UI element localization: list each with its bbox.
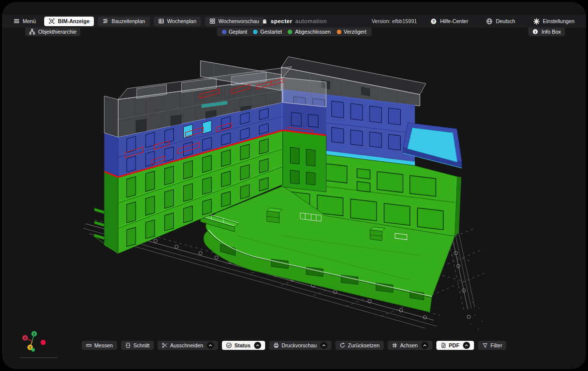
settings-button[interactable]: Einstellungen <box>529 17 579 26</box>
legend-item-abgeschlossen: Abgeschlossen <box>288 29 330 35</box>
chevron-up-icon <box>422 343 427 348</box>
scale-bar <box>20 357 57 358</box>
cut-label: Ausschneiden <box>170 342 203 348</box>
print-preview-button[interactable]: Druckvorschau <box>269 341 331 350</box>
legend-dot-abgeschlossen <box>288 30 292 34</box>
axes-button[interactable]: Achsen <box>388 341 432 350</box>
printer-icon <box>273 342 279 348</box>
filter-label: Filter <box>491 342 502 348</box>
tab-wochenplan[interactable]: Wochenplan <box>154 17 201 26</box>
hamburger-icon <box>14 18 20 24</box>
filter-icon <box>482 342 488 348</box>
specter-ghost-icon <box>261 18 268 25</box>
svg-text:?: ? <box>432 19 435 24</box>
pdf-options-button[interactable] <box>463 342 470 349</box>
pdf-label: PDF <box>449 342 459 348</box>
cut-options-button[interactable] <box>207 342 214 349</box>
tab-label: Wochenplan <box>167 18 196 24</box>
scissors-icon <box>162 342 168 348</box>
help-center-button[interactable]: ? Hilfe-Center <box>426 17 473 26</box>
status-check-icon <box>226 342 232 348</box>
legend-item-geplant: Geplant <box>221 29 247 35</box>
gear-icon <box>533 18 540 25</box>
legend-dot-verzoegert <box>337 30 341 34</box>
brand-name: specter <box>271 18 292 24</box>
tab-wochenvorschau[interactable]: Wochenvorschau <box>205 17 264 26</box>
status-label: Status <box>234 342 251 348</box>
status-button[interactable]: Status <box>222 341 265 350</box>
reset-button[interactable]: Zurücksetzen <box>335 341 384 350</box>
help-icon: ? <box>430 18 437 25</box>
globe-icon <box>486 18 493 25</box>
help-label: Hilfe-Center <box>440 18 468 24</box>
legend-item-verzoegert: Verzögert <box>337 29 367 35</box>
tab-label: Wochenvorschau <box>218 18 259 24</box>
print-preview-label: Druckvorschau <box>282 342 317 348</box>
gizmo-z-label: Z <box>33 332 36 336</box>
axes-options-button[interactable] <box>421 342 428 349</box>
info-box-label: Info Box <box>541 29 561 35</box>
brand-logo: specter automation <box>261 18 327 25</box>
filter-button[interactable]: Filter <box>478 341 506 350</box>
chevron-up-icon <box>321 343 326 348</box>
survey-dots <box>471 302 483 329</box>
gizmo-x-label: X <box>24 336 27 340</box>
ruler-icon <box>86 342 92 348</box>
info-icon: i <box>532 29 538 35</box>
section-button[interactable]: Schnitt <box>121 341 154 350</box>
pdf-button[interactable]: PDF <box>436 341 474 350</box>
tab-label: Bauzeitenplan <box>111 18 145 24</box>
info-box-button[interactable]: i Info Box <box>528 27 565 36</box>
tab-bim-anzeige[interactable]: BIM-Anzeige <box>44 17 94 26</box>
language-button[interactable]: Deutsch <box>482 17 520 26</box>
tab-bauzeitenplan[interactable]: Bauzeitenplan <box>98 17 150 26</box>
axes-label: Achsen <box>400 342 418 348</box>
legend-dot-gestartet <box>253 30 258 34</box>
legend-item-gestartet: Gestartet <box>253 29 282 35</box>
bim-target-icon <box>49 18 55 24</box>
legend-dot-geplant <box>221 30 226 34</box>
settings-label: Einstellungen <box>543 18 574 24</box>
object-hierarchy-label: Objekthierarchie <box>38 29 76 35</box>
bim-model <box>2 2 586 369</box>
print-options-button[interactable] <box>320 342 327 349</box>
3d-viewport[interactable]: X Y Z <box>2 2 586 369</box>
pdf-document-icon <box>440 342 446 348</box>
chevron-up-icon <box>464 343 469 348</box>
axes-grid-icon <box>392 342 398 348</box>
object-hierarchy-button[interactable]: Objekthierarchie <box>25 27 80 36</box>
version-label: Version: efbb15991 <box>372 18 417 24</box>
language-label: Deutsch <box>496 18 515 24</box>
cut-button[interactable]: Ausschneiden <box>158 341 218 350</box>
status-legend: Geplant Gestartet Abgeschlossen Verzöger… <box>216 27 371 36</box>
top-toolbar: Menü BIM-Anzeige Bauzeitenplan <box>2 15 586 28</box>
tab-label: BIM-Anzeige <box>58 18 89 24</box>
reset-label: Zurücksetzen <box>348 342 380 348</box>
section-icon <box>125 342 131 348</box>
app-window: Menü BIM-Anzeige Bauzeitenplan <box>2 2 586 369</box>
status-options-button[interactable] <box>254 342 261 349</box>
table-icon <box>158 18 164 24</box>
grid-icon <box>209 18 215 24</box>
hierarchy-icon <box>29 29 35 35</box>
reset-icon <box>339 342 345 348</box>
gantt-layers-icon <box>102 18 108 24</box>
menu-label: Menü <box>23 18 36 24</box>
section-label: Schnitt <box>134 342 150 348</box>
chevron-up-icon <box>255 343 260 348</box>
menu-button[interactable]: Menü <box>9 17 40 26</box>
brand-suffix: automation <box>295 18 327 24</box>
bottom-toolbar: Messen Schnitt Ausschneiden Status <box>2 341 586 350</box>
svg-text:i: i <box>535 30 536 34</box>
chevron-up-icon <box>208 343 213 348</box>
measure-label: Messen <box>94 342 113 348</box>
measure-button[interactable]: Messen <box>82 341 117 350</box>
